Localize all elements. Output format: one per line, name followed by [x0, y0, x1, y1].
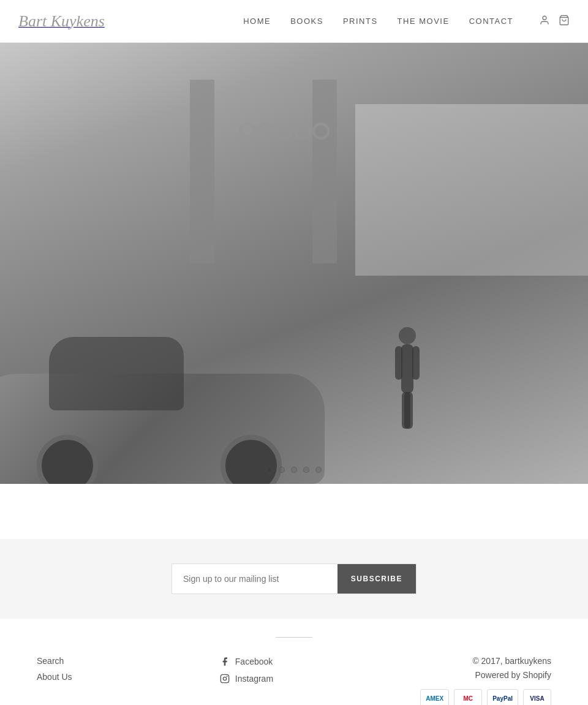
footer-link-search[interactable]: Search [37, 656, 72, 666]
svg-rect-8 [221, 674, 228, 682]
amex-label: AMEX [426, 695, 443, 702]
tower-right [312, 80, 337, 263]
paypal-badge: PayPal [487, 689, 518, 705]
mailing-form: SUBSCRIBE [172, 564, 417, 594]
svg-rect-7 [404, 392, 413, 429]
facebook-icon [219, 656, 230, 667]
powered-by-link[interactable]: Powered by Shopify [475, 670, 551, 680]
mailing-band: SUBSCRIBE [0, 539, 588, 619]
login-icon[interactable] [539, 15, 550, 28]
dot-2[interactable] [279, 467, 285, 473]
svg-rect-3 [401, 344, 413, 393]
nav-icons [539, 15, 570, 28]
site-logo[interactable]: Bart Kuykens [18, 12, 105, 31]
hero-slideshow [0, 43, 588, 484]
ring-1 [239, 123, 256, 140]
hero-figure [386, 325, 429, 447]
footer-instagram-link[interactable]: Instagram [219, 673, 273, 684]
svg-point-9 [223, 677, 226, 680]
dot-4[interactable] [303, 467, 309, 473]
ring-3 [276, 123, 293, 140]
subscribe-button[interactable]: SUBSCRIBE [337, 564, 416, 594]
cart-icon[interactable] [559, 15, 570, 28]
site-footer: Search About Us Facebook Instagram [0, 644, 588, 705]
slide-dots [266, 467, 322, 473]
hero-image [0, 43, 588, 484]
visa-label: VISA [530, 695, 544, 702]
copyright-text: © 2017, bartkuykens [420, 656, 551, 666]
stadium-bg [355, 104, 588, 276]
footer-link-about[interactable]: About Us [37, 672, 72, 682]
content-spacer [0, 484, 588, 539]
footer-facebook-link[interactable]: Facebook [219, 656, 273, 667]
nav-item-contact[interactable]: CONTACT [469, 17, 513, 26]
payment-icons: AMEX MC PayPal VISA [420, 689, 551, 705]
main-nav: HOME BOOKS PRINTS THE MOVIE CONTACT [243, 15, 570, 28]
nav-item-home[interactable]: HOME [243, 17, 271, 26]
nav-item-prints[interactable]: PRINTS [343, 17, 378, 26]
mastercard-label: MC [463, 695, 473, 702]
visa-badge: VISA [523, 689, 551, 705]
logo-text: Bart Kuykens [18, 12, 105, 30]
ring-4 [294, 123, 311, 140]
mailing-input[interactable] [172, 564, 337, 594]
hero-car [0, 300, 368, 484]
dot-5[interactable] [315, 467, 322, 473]
nav-item-the-movie[interactable]: THE MOVIE [398, 17, 450, 26]
amex-badge: AMEX [420, 689, 449, 705]
dot-3[interactable] [291, 467, 297, 473]
instagram-icon [219, 673, 230, 684]
ring-2 [257, 123, 274, 140]
footer-divider [0, 619, 588, 644]
dot-1[interactable] [266, 467, 273, 473]
svg-point-10 [227, 676, 227, 677]
nav-item-books[interactable]: BOOKS [290, 17, 323, 26]
mastercard-badge: MC [454, 689, 482, 705]
paypal-label: PayPal [492, 695, 513, 702]
svg-point-0 [543, 16, 546, 20]
car-window [49, 337, 184, 410]
tower-left [190, 80, 214, 263]
footer-links: Search About Us [37, 656, 72, 682]
footer-right: © 2017, bartkuykens Powered by Shopify A… [420, 656, 551, 705]
instagram-label: Instagram [235, 674, 273, 684]
site-header: Bart Kuykens HOME BOOKS PRINTS THE MOVIE… [0, 0, 588, 43]
svg-rect-5 [412, 346, 420, 380]
olympic-rings [239, 123, 330, 140]
footer-social: Facebook Instagram [219, 656, 273, 684]
ring-5 [312, 123, 330, 140]
svg-point-2 [399, 327, 416, 344]
svg-rect-4 [395, 346, 402, 380]
facebook-label: Facebook [235, 657, 273, 666]
divider-line [276, 637, 312, 638]
